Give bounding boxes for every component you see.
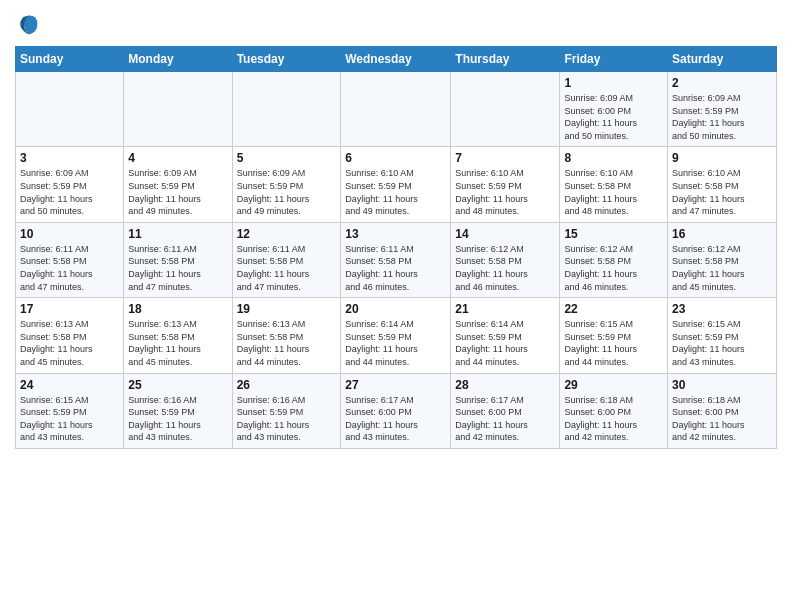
day-cell: 21Sunrise: 6:14 AM Sunset: 5:59 PM Dayli… (451, 298, 560, 373)
day-number: 29 (564, 378, 663, 392)
day-header-friday: Friday (560, 47, 668, 72)
day-cell: 6Sunrise: 6:10 AM Sunset: 5:59 PM Daylig… (341, 147, 451, 222)
day-number: 14 (455, 227, 555, 241)
day-info: Sunrise: 6:10 AM Sunset: 5:58 PM Dayligh… (672, 167, 772, 217)
day-cell: 30Sunrise: 6:18 AM Sunset: 6:00 PM Dayli… (668, 373, 777, 448)
day-info: Sunrise: 6:12 AM Sunset: 5:58 PM Dayligh… (564, 243, 663, 293)
day-info: Sunrise: 6:09 AM Sunset: 5:59 PM Dayligh… (128, 167, 227, 217)
day-header-wednesday: Wednesday (341, 47, 451, 72)
day-cell (16, 72, 124, 147)
day-info: Sunrise: 6:09 AM Sunset: 5:59 PM Dayligh… (237, 167, 337, 217)
day-info: Sunrise: 6:11 AM Sunset: 5:58 PM Dayligh… (128, 243, 227, 293)
day-info: Sunrise: 6:11 AM Sunset: 5:58 PM Dayligh… (20, 243, 119, 293)
day-info: Sunrise: 6:17 AM Sunset: 6:00 PM Dayligh… (345, 394, 446, 444)
day-cell: 17Sunrise: 6:13 AM Sunset: 5:58 PM Dayli… (16, 298, 124, 373)
day-number: 15 (564, 227, 663, 241)
day-cell: 9Sunrise: 6:10 AM Sunset: 5:58 PM Daylig… (668, 147, 777, 222)
day-number: 22 (564, 302, 663, 316)
day-cell: 10Sunrise: 6:11 AM Sunset: 5:58 PM Dayli… (16, 222, 124, 297)
day-cell: 16Sunrise: 6:12 AM Sunset: 5:58 PM Dayli… (668, 222, 777, 297)
day-header-saturday: Saturday (668, 47, 777, 72)
day-number: 19 (237, 302, 337, 316)
day-info: Sunrise: 6:12 AM Sunset: 5:58 PM Dayligh… (455, 243, 555, 293)
day-cell: 28Sunrise: 6:17 AM Sunset: 6:00 PM Dayli… (451, 373, 560, 448)
day-info: Sunrise: 6:16 AM Sunset: 5:59 PM Dayligh… (128, 394, 227, 444)
day-cell: 5Sunrise: 6:09 AM Sunset: 5:59 PM Daylig… (232, 147, 341, 222)
day-cell: 25Sunrise: 6:16 AM Sunset: 5:59 PM Dayli… (124, 373, 232, 448)
day-info: Sunrise: 6:11 AM Sunset: 5:58 PM Dayligh… (237, 243, 337, 293)
day-info: Sunrise: 6:14 AM Sunset: 5:59 PM Dayligh… (455, 318, 555, 368)
day-header-thursday: Thursday (451, 47, 560, 72)
logo (15, 10, 47, 38)
day-cell: 7Sunrise: 6:10 AM Sunset: 5:59 PM Daylig… (451, 147, 560, 222)
day-number: 21 (455, 302, 555, 316)
day-number: 7 (455, 151, 555, 165)
logo-icon (15, 10, 43, 38)
week-row-4: 24Sunrise: 6:15 AM Sunset: 5:59 PM Dayli… (16, 373, 777, 448)
day-cell: 24Sunrise: 6:15 AM Sunset: 5:59 PM Dayli… (16, 373, 124, 448)
day-cell: 26Sunrise: 6:16 AM Sunset: 5:59 PM Dayli… (232, 373, 341, 448)
day-number: 1 (564, 76, 663, 90)
day-info: Sunrise: 6:09 AM Sunset: 5:59 PM Dayligh… (672, 92, 772, 142)
day-number: 20 (345, 302, 446, 316)
day-info: Sunrise: 6:13 AM Sunset: 5:58 PM Dayligh… (128, 318, 227, 368)
day-info: Sunrise: 6:09 AM Sunset: 6:00 PM Dayligh… (564, 92, 663, 142)
day-cell: 29Sunrise: 6:18 AM Sunset: 6:00 PM Dayli… (560, 373, 668, 448)
day-number: 6 (345, 151, 446, 165)
week-row-2: 10Sunrise: 6:11 AM Sunset: 5:58 PM Dayli… (16, 222, 777, 297)
day-cell: 8Sunrise: 6:10 AM Sunset: 5:58 PM Daylig… (560, 147, 668, 222)
day-info: Sunrise: 6:15 AM Sunset: 5:59 PM Dayligh… (564, 318, 663, 368)
day-number: 25 (128, 378, 227, 392)
day-info: Sunrise: 6:16 AM Sunset: 5:59 PM Dayligh… (237, 394, 337, 444)
calendar-table: SundayMondayTuesdayWednesdayThursdayFrid… (15, 46, 777, 449)
day-cell (232, 72, 341, 147)
calendar-body: 1Sunrise: 6:09 AM Sunset: 6:00 PM Daylig… (16, 72, 777, 449)
day-cell: 11Sunrise: 6:11 AM Sunset: 5:58 PM Dayli… (124, 222, 232, 297)
day-number: 5 (237, 151, 337, 165)
day-number: 30 (672, 378, 772, 392)
day-cell: 2Sunrise: 6:09 AM Sunset: 5:59 PM Daylig… (668, 72, 777, 147)
day-cell: 23Sunrise: 6:15 AM Sunset: 5:59 PM Dayli… (668, 298, 777, 373)
day-info: Sunrise: 6:14 AM Sunset: 5:59 PM Dayligh… (345, 318, 446, 368)
day-number: 17 (20, 302, 119, 316)
day-cell: 20Sunrise: 6:14 AM Sunset: 5:59 PM Dayli… (341, 298, 451, 373)
day-cell: 13Sunrise: 6:11 AM Sunset: 5:58 PM Dayli… (341, 222, 451, 297)
day-info: Sunrise: 6:17 AM Sunset: 6:00 PM Dayligh… (455, 394, 555, 444)
day-info: Sunrise: 6:13 AM Sunset: 5:58 PM Dayligh… (237, 318, 337, 368)
week-row-3: 17Sunrise: 6:13 AM Sunset: 5:58 PM Dayli… (16, 298, 777, 373)
day-number: 18 (128, 302, 227, 316)
day-cell: 1Sunrise: 6:09 AM Sunset: 6:00 PM Daylig… (560, 72, 668, 147)
day-number: 16 (672, 227, 772, 241)
day-cell: 22Sunrise: 6:15 AM Sunset: 5:59 PM Dayli… (560, 298, 668, 373)
day-number: 10 (20, 227, 119, 241)
day-number: 28 (455, 378, 555, 392)
day-number: 2 (672, 76, 772, 90)
day-number: 27 (345, 378, 446, 392)
day-cell: 4Sunrise: 6:09 AM Sunset: 5:59 PM Daylig… (124, 147, 232, 222)
day-number: 3 (20, 151, 119, 165)
calendar-header: SundayMondayTuesdayWednesdayThursdayFrid… (16, 47, 777, 72)
day-number: 23 (672, 302, 772, 316)
day-info: Sunrise: 6:15 AM Sunset: 5:59 PM Dayligh… (672, 318, 772, 368)
day-cell: 27Sunrise: 6:17 AM Sunset: 6:00 PM Dayli… (341, 373, 451, 448)
day-number: 4 (128, 151, 227, 165)
header-row: SundayMondayTuesdayWednesdayThursdayFrid… (16, 47, 777, 72)
day-info: Sunrise: 6:10 AM Sunset: 5:59 PM Dayligh… (345, 167, 446, 217)
day-cell: 3Sunrise: 6:09 AM Sunset: 5:59 PM Daylig… (16, 147, 124, 222)
day-number: 9 (672, 151, 772, 165)
day-cell: 18Sunrise: 6:13 AM Sunset: 5:58 PM Dayli… (124, 298, 232, 373)
day-number: 13 (345, 227, 446, 241)
day-info: Sunrise: 6:18 AM Sunset: 6:00 PM Dayligh… (564, 394, 663, 444)
day-header-tuesday: Tuesday (232, 47, 341, 72)
day-cell: 19Sunrise: 6:13 AM Sunset: 5:58 PM Dayli… (232, 298, 341, 373)
day-info: Sunrise: 6:12 AM Sunset: 5:58 PM Dayligh… (672, 243, 772, 293)
day-info: Sunrise: 6:15 AM Sunset: 5:59 PM Dayligh… (20, 394, 119, 444)
day-info: Sunrise: 6:09 AM Sunset: 5:59 PM Dayligh… (20, 167, 119, 217)
day-cell: 15Sunrise: 6:12 AM Sunset: 5:58 PM Dayli… (560, 222, 668, 297)
day-number: 8 (564, 151, 663, 165)
day-info: Sunrise: 6:13 AM Sunset: 5:58 PM Dayligh… (20, 318, 119, 368)
day-cell (124, 72, 232, 147)
header (15, 10, 777, 38)
day-info: Sunrise: 6:10 AM Sunset: 5:58 PM Dayligh… (564, 167, 663, 217)
day-number: 11 (128, 227, 227, 241)
